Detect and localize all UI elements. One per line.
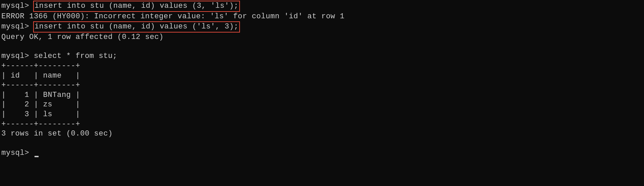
terminal-line-1: mysql> insert into stu (name, id) values…: [1, 1, 643, 12]
terminal-result-line: Query OK, 1 row affected (0.12 sec): [1, 33, 643, 42]
mysql-prompt: mysql>: [1, 149, 34, 157]
mysql-prompt: mysql>: [1, 22, 34, 31]
terminal-prompt-line[interactable]: mysql>: [1, 148, 643, 158]
terminal-error-line: ERROR 1366 (HY000): Incorrect integer va…: [1, 12, 643, 22]
terminal-line-3: mysql> select * from stu;: [1, 51, 643, 61]
terminal-line-2: mysql> insert into stu (name, id) values…: [1, 21, 643, 33]
highlighted-command-1: insert into stu (name, id) values (3, 'l…: [33, 1, 240, 12]
table-header-row: | id | name |: [1, 71, 643, 81]
table-border-top: +------+--------+: [1, 61, 643, 71]
cursor-icon: [35, 156, 39, 157]
highlighted-command-2: insert into stu (name, id) values ('ls',…: [33, 21, 240, 33]
table-row: | 1 | BNTang |: [1, 90, 643, 100]
terminal-blank-line: [1, 42, 643, 51]
table-row: | 3 | ls |: [1, 110, 643, 120]
mysql-prompt: mysql>: [1, 2, 34, 10]
table-row: | 2 | zs |: [1, 100, 643, 110]
table-border-mid: +------+--------+: [1, 81, 643, 90]
terminal-result-line: 3 rows in set (0.00 sec): [1, 129, 643, 139]
terminal-blank-line: [1, 139, 643, 148]
mysql-prompt: mysql>: [1, 52, 34, 60]
select-command: select * from stu;: [34, 52, 117, 60]
table-border-bot: +------+--------+: [1, 120, 643, 129]
